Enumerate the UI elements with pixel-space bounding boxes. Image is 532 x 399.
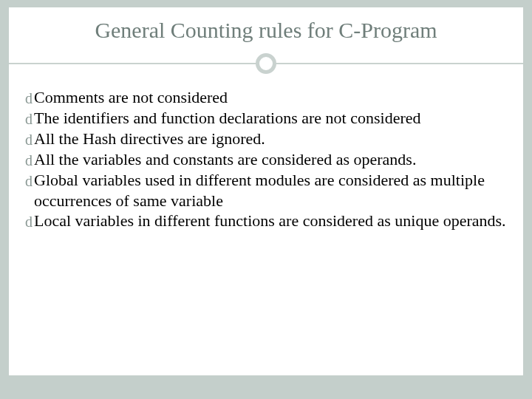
slide-inner: General Counting rules for C-Program d C… [9,7,523,375]
bullet-text: The identifiers and function declaration… [34,108,507,129]
list-item: d All the variables and constants are co… [25,149,507,170]
bullet-icon: d [25,172,33,191]
list-item: d Local variables in different functions… [25,211,507,231]
list-item: d Comments are not considered [25,87,507,108]
title-divider [9,53,523,74]
bullet-icon: d [25,213,33,231]
bullet-text: Local variables in different functions a… [34,211,507,231]
divider-circle-icon [256,53,276,74]
bullet-icon: d [25,151,33,170]
bullet-text: Comments are not considered [34,87,507,108]
slide-container: General Counting rules for C-Program d C… [0,0,532,399]
bullet-icon: d [25,131,33,149]
bullet-list: d Comments are not considered d The iden… [9,74,523,231]
list-item: d The identifiers and function declarati… [25,108,507,129]
bullet-text: Global variables used in different modul… [34,170,507,211]
bullet-text: All the Hash directives are ignored. [34,129,507,149]
bullet-icon: d [25,89,33,108]
bullet-icon: d [25,110,33,129]
list-item: d All the Hash directives are ignored. [25,129,507,149]
slide-title: General Counting rules for C-Program [9,7,523,50]
bullet-text: All the variables and constants are cons… [34,149,507,170]
list-item: d Global variables used in different mod… [25,170,507,211]
